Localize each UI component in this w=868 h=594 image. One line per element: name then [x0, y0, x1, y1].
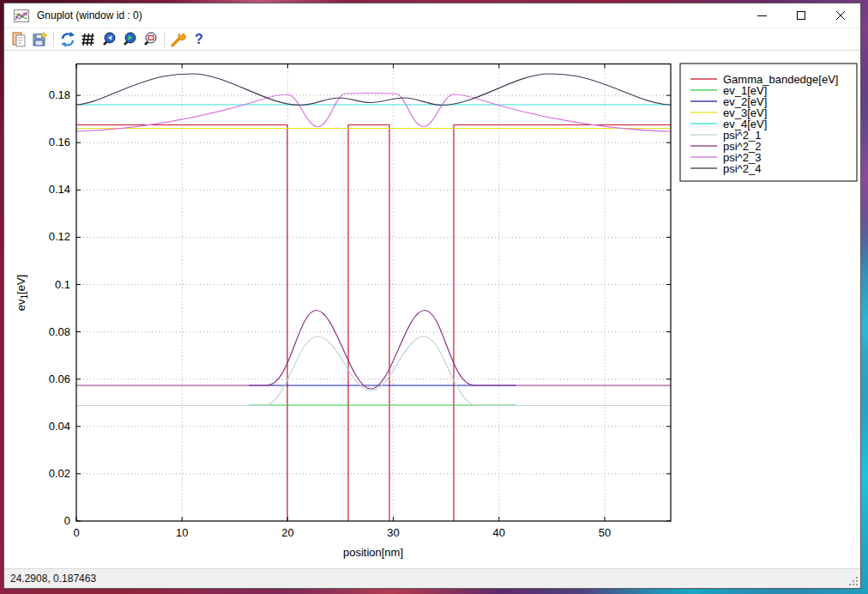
- title-bar[interactable]: Gnuplot (window id : 0): [4, 3, 860, 27]
- zoom-previous-icon: [100, 31, 118, 48]
- axis-ticks: [76, 64, 671, 522]
- minimize-button[interactable]: [742, 3, 781, 27]
- zoom-next-button[interactable]: [119, 29, 140, 49]
- curve-psi^2_3: [76, 94, 671, 131]
- save-icon: [31, 31, 48, 48]
- gnuplot-app-icon: [14, 9, 29, 22]
- axis-tick-labels: 0102030405000.020.040.060.080.10.120.140…: [49, 88, 612, 539]
- zoom-region-icon: [142, 31, 159, 48]
- grid-lines: [76, 64, 671, 522]
- save-button[interactable]: [29, 29, 50, 49]
- x-tick-label: 40: [493, 526, 505, 539]
- maximize-button[interactable]: [781, 3, 821, 27]
- window-title: Gnuplot (window id : 0): [37, 9, 142, 21]
- y-tick-label: 0.1: [55, 278, 70, 291]
- copy-icon: [10, 31, 27, 48]
- grid-button[interactable]: [78, 29, 99, 49]
- help-button[interactable]: ?: [189, 29, 209, 49]
- curve-psi^2_4: [76, 74, 671, 106]
- minimize-icon: [757, 15, 767, 16]
- resize-grip-icon[interactable]: [848, 576, 859, 586]
- refresh-icon: [59, 31, 76, 48]
- close-button[interactable]: [821, 3, 860, 27]
- toolbar: ?: [4, 27, 860, 51]
- curve-psi^2_1: [76, 336, 671, 406]
- gnuplot-window: Gnuplot (window id : 0): [3, 3, 861, 589]
- maximize-icon: [797, 11, 805, 20]
- y-tick-label: 0.16: [49, 136, 70, 148]
- x-tick-label: 30: [387, 526, 399, 539]
- y-tick-label: 0.02: [49, 467, 70, 480]
- zoom-region-button[interactable]: [140, 29, 160, 49]
- cursor-coordinates: 24.2908, 0.187463: [10, 573, 96, 585]
- x-tick-label: 0: [73, 526, 79, 539]
- copy-button[interactable]: [9, 29, 29, 49]
- x-tick-label: 10: [176, 526, 188, 539]
- status-bar: 24.2908, 0.187463: [4, 568, 860, 588]
- y-tick-label: 0.04: [49, 420, 70, 433]
- close-icon: [835, 10, 846, 21]
- plot-svg: 0102030405000.020.040.060.080.10.120.140…: [4, 51, 860, 568]
- settings-wrench-icon: [170, 31, 187, 48]
- toolbar-separator: [53, 32, 54, 47]
- y-tick-label: 0.06: [49, 373, 70, 385]
- zoom-previous-button[interactable]: [99, 29, 119, 49]
- zoom-next-icon: [121, 31, 138, 48]
- plot-canvas[interactable]: 0102030405000.020.040.060.080.10.120.140…: [4, 51, 860, 568]
- curve-Gamma_bandedge[eV]: [76, 125, 671, 522]
- refresh-button[interactable]: [57, 29, 78, 49]
- help-icon: ?: [195, 32, 203, 47]
- legend-label: psi^2_4: [723, 162, 761, 175]
- plot-border: [76, 64, 671, 522]
- y-axis-label: ev1[eV]: [15, 275, 29, 311]
- x-axis-label: position[nm]: [343, 546, 403, 559]
- y-tick-label: 0: [64, 514, 70, 527]
- x-tick-label: 20: [281, 526, 293, 539]
- grid-icon: [80, 31, 97, 48]
- y-tick-label: 0.14: [49, 183, 70, 196]
- settings-button[interactable]: [168, 29, 189, 49]
- y-tick-label: 0.12: [49, 230, 70, 243]
- toolbar-separator: [164, 32, 165, 47]
- x-tick-label: 50: [599, 526, 611, 539]
- plot-curves: [76, 74, 671, 521]
- y-tick-label: 0.18: [49, 88, 70, 101]
- curve-psi^2_2: [76, 311, 671, 390]
- y-tick-label: 0.08: [49, 325, 70, 338]
